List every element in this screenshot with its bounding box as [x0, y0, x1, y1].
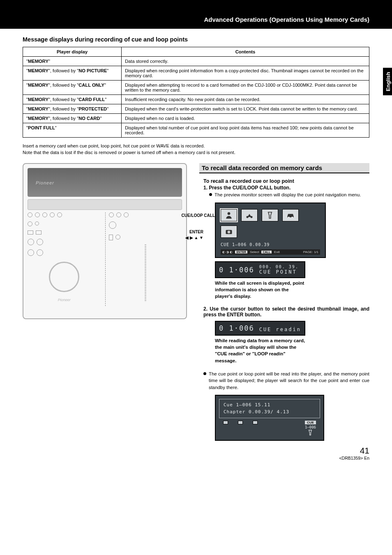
bullet-icon	[203, 372, 206, 375]
cell-display: "MEMORY", followed by "PROTECTED"	[23, 104, 122, 114]
caption-2: While reading data from a memory card, t…	[215, 337, 305, 364]
page-number: 41	[23, 446, 369, 456]
page-label: PAGE: 1/1	[303, 250, 318, 254]
caption-1: While the call screen is displayed, poin…	[215, 280, 305, 299]
brand-label: Pioneer	[28, 298, 101, 302]
lcd-display-1: 0 1·006 000. 00. 39. CUE POINT	[215, 261, 305, 278]
lcd-display-2: 0 1·006 CUE readin	[215, 321, 305, 336]
cue-num: 1–006	[305, 425, 316, 429]
cell-display: "MEMORY"	[23, 57, 122, 66]
note-line-1: Insert a memory card when cue point, loo…	[23, 143, 369, 149]
exit-label: Exit	[274, 250, 279, 254]
header-title: Advanced Operations (Operations Using Me…	[204, 16, 369, 23]
cell-display: "MEMORY", followed by "NO PICTURE"	[23, 66, 122, 81]
th-contents: Contents	[122, 47, 369, 57]
pioneer-logo: Pioneer	[36, 180, 54, 185]
svg-point-4	[292, 216, 293, 218]
glass-icon	[306, 429, 314, 436]
step-1-head: 1. Press the CUE/LOOP CALL button.	[203, 185, 369, 191]
recall-heading: To recall data recorded on memory cards	[199, 163, 369, 173]
cell-contents: Displayed when total number of cue point…	[122, 123, 369, 138]
call-label: CALL	[261, 251, 272, 253]
note-line-2: Note that the data is lost if the disc i…	[23, 149, 369, 156]
callout-cueloop: CUE/LOOP CALL	[182, 213, 215, 218]
cell-display: "MEMORY", followed by "CARD FULL"	[23, 95, 122, 104]
s2-line1: Cue 1–006 15.11	[224, 402, 316, 409]
cell-contents: Data stored correctly.	[122, 57, 369, 66]
select-label: Select	[250, 250, 259, 254]
svg-point-0	[228, 212, 231, 215]
thumb-motorcycle	[241, 209, 258, 221]
cell-contents: Displayed when no card is loaded.	[122, 114, 369, 123]
enter-label: ENTER	[235, 251, 247, 253]
callout-arrows: ◀ ▶ ▲ ▼	[185, 235, 203, 240]
cell-contents: Displayed when recording point informati…	[122, 66, 369, 81]
thumb-car	[282, 209, 299, 221]
svg-point-3	[288, 216, 289, 218]
svg-point-6	[228, 231, 231, 234]
thumb-camera	[221, 226, 237, 238]
lcd1-right-top: 000. 00. 39.	[259, 265, 299, 269]
post-text: The cue point or loop point will be read…	[209, 371, 369, 391]
sub-heading: To recall a recorded cue or loop point	[203, 178, 369, 184]
step-1-body: The preview monitor screen will display …	[214, 191, 361, 198]
lcd2-right: CUE readin	[259, 327, 301, 332]
lcd1-left: 0 1·006	[219, 266, 254, 274]
th-display: Player display	[23, 47, 122, 57]
preview-screen-1: CUE 1–006 0.00.39 ◐ ◑ ◐ ENTER Select CAL…	[215, 203, 326, 258]
bullet-icon	[209, 193, 212, 196]
page-body: English Message displays during recordin…	[0, 29, 392, 469]
cue-tag: CUE	[305, 421, 316, 424]
lcd1-right-bot: CUE POINT	[259, 269, 299, 275]
message-table: Player display Contents "MEMORY"Data sto…	[23, 47, 369, 138]
language-tab: English	[383, 68, 392, 95]
thumb-glass	[262, 209, 278, 221]
thumb-person	[221, 209, 237, 221]
device-diagram: Pioneer Pioneer	[23, 163, 187, 319]
preview-screen-2: Cue 1–006 15.11 Chapter 0.00.39/ 4.13 CU…	[215, 395, 324, 441]
lcd2-left: 0 1·006	[219, 324, 254, 332]
s2-line2: Chapter 0.00.39/ 4.13	[224, 409, 316, 416]
callout-enter: ENTER	[189, 230, 203, 235]
cell-display: "POINT FULL"	[23, 123, 122, 138]
cell-contents: Displayed when the card's write-protecti…	[122, 104, 369, 114]
screen-info-line: CUE 1–006 0.00.39	[221, 242, 320, 248]
doc-id: <DRB1359> En	[23, 456, 369, 461]
section-title: Message displays during recording of cue…	[23, 36, 369, 43]
cell-contents: Displayed when attempting to record to a…	[122, 81, 369, 95]
instructions-column: To recall data recorded on memory cards …	[199, 163, 369, 441]
device-column: Pioneer Pioneer	[23, 163, 187, 441]
cell-display: "MEMORY", followed by "NO CARD"	[23, 114, 122, 123]
step-2-head: 2. Use the cursor button to select the d…	[203, 306, 369, 318]
header-bar: Advanced Operations (Operations Using Me…	[0, 0, 392, 29]
cell-display: "MEMORY", followed by "CALL ONLY"	[23, 81, 122, 95]
cell-contents: Insufficient recording capacity. No new …	[122, 95, 369, 104]
